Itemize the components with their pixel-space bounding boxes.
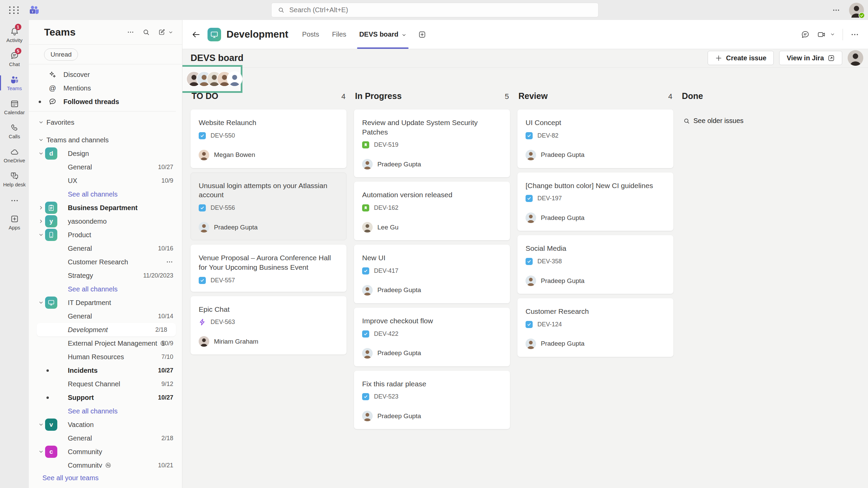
chevron-down-icon <box>38 422 44 427</box>
issue-card-dev-124[interactable]: Customer Research DEV-124 Pradeep Gupta <box>517 298 673 357</box>
board-members-highlight[interactable] <box>182 65 242 93</box>
more-horizontal-icon[interactable] <box>832 6 840 14</box>
assignee-name: Miriam Graham <box>214 338 258 345</box>
team-item-yasoondemo[interactable]: y yasoondemo <box>29 215 176 228</box>
rail-item-teams[interactable]: Teams <box>0 71 29 95</box>
team-item-it-department[interactable]: IT Department <box>29 296 176 309</box>
waffle-menu-icon[interactable] <box>9 5 19 15</box>
search-icon[interactable] <box>142 28 150 36</box>
channel-item-general[interactable]: General 2/18 <box>29 431 176 445</box>
create-issue-button[interactable]: Create issue <box>708 51 774 65</box>
issue-card-dev-556[interactable]: Unusual login attempts on your Atlassian… <box>191 172 347 240</box>
rail-item-label: OneDrive <box>4 158 25 163</box>
video-camera-icon[interactable] <box>817 30 826 39</box>
channel-item-development[interactable]: Development 2/18 <box>37 323 176 337</box>
rail-item-more[interactable] <box>0 191 29 210</box>
channel-title: Development <box>226 29 288 40</box>
team-item-product[interactable]: Product <box>29 228 176 242</box>
team-item-design[interactable]: d Design <box>29 147 176 160</box>
more-horizontal-icon[interactable] <box>850 30 859 39</box>
add-tab-icon[interactable] <box>418 30 427 39</box>
issue-card-dev-162[interactable]: Automation version released DEV-162 Lee … <box>354 182 510 240</box>
divider <box>182 67 868 68</box>
more-horizontal-icon[interactable] <box>166 258 173 266</box>
channel-item-community[interactable]: Community 10/21 <box>29 459 176 468</box>
sidebar-item-followed-threads[interactable]: Followed threads <box>29 95 176 108</box>
issue-key: DEV-550 <box>211 132 235 139</box>
unread-filter-pill[interactable]: Unread <box>44 48 78 61</box>
issue-card-dev-523[interactable]: Fix this radar please DEV-523 Pradeep Gu… <box>354 371 510 429</box>
chevron-down-icon[interactable] <box>830 32 835 37</box>
channel-header: Development Posts Files DEVS board <box>182 20 868 49</box>
chevron-down-icon[interactable] <box>168 30 173 35</box>
issue-assignee: Pradeep Gupta <box>199 222 338 232</box>
helpdesk-icon <box>10 171 19 180</box>
see-older-issues-link[interactable]: See older issues <box>681 109 837 125</box>
channel-item-general[interactable]: General 10/14 <box>29 309 176 323</box>
team-item-vacation[interactable]: v Vacation <box>29 418 176 431</box>
see-all-channels-link[interactable]: See all channels <box>29 187 176 201</box>
assignee-avatar <box>199 222 209 232</box>
channel-item-external-project-management[interactable]: External Project Management 10/9 <box>29 337 176 350</box>
issue-card-dev-422[interactable]: Improve checkout flow DEV-422 Pradeep Gu… <box>354 308 510 366</box>
issue-assignee: Pradeep Gupta <box>526 212 665 223</box>
assignee-avatar <box>362 159 373 169</box>
tab-files[interactable]: Files <box>326 20 353 49</box>
issue-card-dev-197[interactable]: [Change button color] New CI guidelines … <box>517 172 673 231</box>
see-all-channels-link[interactable]: See all channels <box>29 282 176 296</box>
rail-item-activity[interactable]: 1 Activity <box>0 23 29 47</box>
channel-item-strategy[interactable]: Strategy 11/20/2023 <box>29 269 176 282</box>
chat-bubble-icon[interactable] <box>801 30 810 39</box>
channel-last-activity: 10/27 <box>158 367 173 374</box>
user-avatar[interactable] <box>849 3 864 18</box>
issue-card-dev-557[interactable]: Venue Proposal – Aurora Conference Hall … <box>191 245 347 291</box>
channel-item-general[interactable]: General 10/27 <box>29 160 176 174</box>
column-count: 4 <box>341 92 346 101</box>
more-horizontal-icon[interactable] <box>127 28 134 36</box>
rail-item-helpdesk[interactable]: Help desk <box>0 167 29 191</box>
more-horizontal-icon <box>10 196 19 205</box>
back-arrow-icon[interactable] <box>191 30 201 39</box>
issue-card-dev-563[interactable]: Epic Chat DEV-563 Miriam Graham <box>191 296 347 355</box>
channel-item-support[interactable]: Support 10/27 <box>29 391 176 404</box>
see-all-channels-link[interactable]: See all channels <box>29 404 176 418</box>
issue-card-dev-519[interactable]: Review and Update System Security Patche… <box>354 109 510 177</box>
rail-item-calendar[interactable]: Calendar <box>0 95 29 119</box>
tab-posts[interactable]: Posts <box>296 20 326 49</box>
channel-item-customer-research[interactable]: Customer Research <box>29 255 176 269</box>
tab-devs-board[interactable]: DEVS board <box>353 20 413 49</box>
search-input[interactable] <box>289 6 592 14</box>
channel-item-incidents[interactable]: Incidents 10/27 <box>29 364 176 377</box>
team-item-community[interactable]: c Community <box>29 445 176 459</box>
team-item-business-department[interactable]: Business Department <box>29 201 176 215</box>
rail-item-chat[interactable]: 5 Chat <box>0 47 29 71</box>
issue-card-dev-417[interactable]: New UI DEV-417 Pradeep Gupta <box>354 245 510 303</box>
issue-card-dev-82[interactable]: UI Concept DEV-82 Pradeep Gupta <box>517 109 673 168</box>
monitor-tile-icon <box>45 297 57 309</box>
issue-card-dev-550[interactable]: Website Relaunch DEV-550 Megan Bowen <box>191 109 347 168</box>
channel-item-human-resources[interactable]: Human Resources 7/10 <box>29 350 176 364</box>
global-search[interactable] <box>271 3 598 17</box>
issue-title: Improve checkout flow <box>362 316 502 326</box>
assignee-avatar <box>526 339 536 349</box>
assignee-name: Megan Bowen <box>214 151 255 159</box>
compose-icon[interactable] <box>158 28 165 36</box>
sidebar-item-mentions[interactable]: @ Mentions <box>29 81 176 95</box>
rail-item-calls[interactable]: Calls <box>0 119 29 143</box>
issue-key: DEV-162 <box>374 204 398 211</box>
assignee-name: Pradeep Gupta <box>377 161 421 168</box>
rail-item-apps[interactable]: Apps <box>0 210 29 234</box>
section-teams-and-channels[interactable]: Teams and channels <box>29 133 176 147</box>
channel-item-general[interactable]: General 10/16 <box>29 242 176 255</box>
channel-item-ux[interactable]: UX 10/9 <box>29 174 176 187</box>
channel-item-request-channel[interactable]: Request Channel 9/12 <box>29 377 176 391</box>
at-icon: @ <box>48 84 57 92</box>
view-in-jira-button[interactable]: View in Jira <box>779 51 842 65</box>
section-favorites[interactable]: Favorites <box>29 116 176 129</box>
assignee-avatar <box>526 276 536 286</box>
issue-key: DEV-563 <box>211 319 235 326</box>
rail-item-onedrive[interactable]: OneDrive <box>0 143 29 167</box>
sidebar-item-discover[interactable]: Discover <box>29 68 176 81</box>
see-all-your-teams-link[interactable]: See all your teams <box>42 474 99 482</box>
issue-card-dev-358[interactable]: Social Media DEV-358 Pradeep Gupta <box>517 235 673 294</box>
